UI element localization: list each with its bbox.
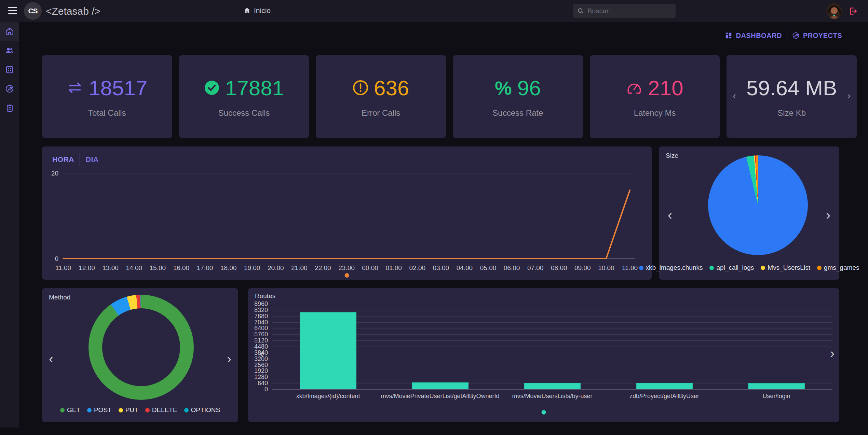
sidebar-item-tools[interactable]: [0, 79, 19, 98]
legend-dot-icon: [145, 408, 150, 412]
chevron-left-icon[interactable]: ‹: [733, 90, 736, 101]
transfer-arrows-icon: [67, 81, 83, 95]
bar[interactable]: [300, 312, 356, 389]
scrollbar-track[interactable]: [863, 22, 868, 435]
svg-text:01:00: 01:00: [385, 264, 402, 271]
user-avatar[interactable]: [826, 3, 842, 19]
y-axis-tick: 4480: [254, 343, 268, 350]
chart-title: Routes: [255, 292, 275, 300]
chevron-left-icon[interactable]: ‹: [668, 209, 672, 222]
breadcrumb-home[interactable]: Inicio: [243, 6, 271, 15]
search-icon: [577, 8, 584, 14]
bar[interactable]: [636, 383, 693, 389]
legend-label: gms_games: [824, 264, 859, 271]
svg-text:14:00: 14:00: [126, 264, 142, 271]
legend-item-gms_games[interactable]: gms_games: [817, 264, 859, 271]
legend-label: xkb_images.chunks: [646, 264, 703, 271]
svg-text:11:00: 11:00: [622, 264, 638, 271]
bar[interactable]: [748, 383, 805, 389]
x-axis-label: User/login: [762, 393, 790, 400]
legend-item-PUT[interactable]: PUT: [119, 406, 138, 414]
carousel-dot[interactable]: [542, 410, 546, 415]
y-axis-tick: 3200: [254, 355, 268, 363]
svg-text:05:00: 05:00: [480, 264, 497, 271]
method-donut-chart[interactable]: [89, 295, 194, 400]
success-rate-value: 96: [517, 76, 541, 100]
chevron-right-icon[interactable]: ›: [227, 352, 231, 365]
y-axis-tick: 8960: [254, 300, 268, 308]
carousel-dot[interactable]: [345, 273, 349, 278]
legend-item-xkb_images.chunks[interactable]: xkb_images.chunks: [639, 264, 703, 271]
size-pie-chart[interactable]: [708, 155, 808, 255]
legend-label: PUT: [125, 406, 138, 414]
y-axis-tick: 5760: [254, 331, 268, 338]
stat-card-latency: 210 Latency Ms: [590, 55, 720, 138]
breadcrumb-label: Inicio: [254, 6, 271, 15]
home-icon: [5, 27, 14, 36]
chevron-right-icon[interactable]: ›: [847, 90, 851, 101]
search-input[interactable]: [587, 7, 678, 15]
wrench-circle-icon: [5, 84, 14, 93]
x-axis-label: mvs/MoviePrivateUserList/getAllByOwnerId: [381, 393, 499, 400]
alert-circle-icon: [353, 80, 368, 96]
chevron-right-icon[interactable]: ›: [826, 209, 830, 222]
logo-text: CS: [28, 7, 37, 15]
success-rate-label: Success Rate: [492, 108, 543, 118]
legend-item-POST[interactable]: POST: [87, 406, 112, 414]
svg-text:20:00: 20:00: [268, 264, 284, 271]
tab-hora[interactable]: HORA: [52, 155, 74, 164]
y-axis-tick: 640: [258, 380, 268, 387]
legend-item-Mvs_UsersList[interactable]: Mvs_UsersList: [761, 264, 810, 271]
total-calls-value: 18517: [89, 76, 147, 100]
svg-text:0: 0: [55, 255, 58, 262]
logout-icon[interactable]: [848, 6, 857, 16]
latency-value: 210: [648, 76, 683, 100]
dashboard-tab[interactable]: DASHBOARD: [725, 32, 782, 40]
search-box[interactable]: [573, 4, 676, 18]
svg-text:08:00: 08:00: [551, 264, 567, 271]
chevron-right-icon[interactable]: ›: [830, 347, 835, 360]
svg-text:07:00: 07:00: [527, 264, 544, 271]
svg-text:13:00: 13:00: [102, 264, 119, 271]
percent-icon: %: [495, 77, 512, 99]
legend-dot-icon: [184, 408, 189, 412]
routes-bar-card: Routes ‹ 0640128019202560320038404480512…: [248, 288, 839, 422]
x-axis-label: xkb/Images/{id}/content: [296, 393, 360, 400]
grid-line: [272, 304, 832, 304]
bar[interactable]: [524, 383, 581, 389]
svg-text:09:00: 09:00: [574, 264, 591, 271]
legend-dot-icon: [639, 266, 643, 270]
wrench-circle-icon: [792, 32, 800, 39]
sidebar-item-logs[interactable]: [0, 98, 19, 117]
sidebar-item-home[interactable]: [0, 22, 19, 41]
svg-text:21:00: 21:00: [291, 264, 308, 271]
svg-text:17:00: 17:00: [197, 264, 213, 271]
legend-item-OPTIONS[interactable]: OPTIONS: [184, 406, 220, 414]
legend-item-DELETE[interactable]: DELETE: [145, 406, 177, 414]
chevron-left-icon[interactable]: ‹: [49, 352, 53, 365]
method-donut-card: Method ‹ › GETPOSTPUTDELETEOPTIONS: [42, 288, 238, 422]
menu-icon[interactable]: [8, 7, 17, 14]
legend-dot-icon: [761, 266, 765, 270]
app-logo: CS: [24, 2, 42, 20]
legend-dot-icon: [119, 408, 123, 412]
legend-item-GET[interactable]: GET: [60, 406, 80, 414]
svg-text:18:00: 18:00: [220, 264, 237, 271]
app-title: <Zetasab />: [46, 5, 100, 17]
latency-label: Latency Ms: [634, 108, 676, 118]
chart-title: Method: [49, 294, 70, 301]
sidebar-item-users[interactable]: [0, 41, 19, 60]
size-value: 59.64 MB: [746, 76, 837, 100]
bar[interactable]: [412, 382, 469, 389]
size-legend: xkb_images.chunksapi_call_logsMvs_UsersL…: [659, 264, 839, 271]
proyects-tab[interactable]: PROYECTS: [792, 32, 842, 40]
y-axis-tick: 1920: [254, 367, 268, 375]
legend-label: GET: [67, 406, 80, 414]
sidebar-item-apps[interactable]: [0, 60, 19, 79]
y-axis-tick: 2560: [254, 362, 268, 369]
topbar: CS <Zetasab /> Inicio: [0, 0, 868, 22]
tab-dia[interactable]: DIA: [86, 155, 99, 164]
stats-row: 18517 Total Calls 17881 Success Calls 63…: [42, 55, 857, 138]
legend-item-api_call_logs[interactable]: api_call_logs: [709, 264, 754, 271]
users-icon: [5, 46, 14, 55]
